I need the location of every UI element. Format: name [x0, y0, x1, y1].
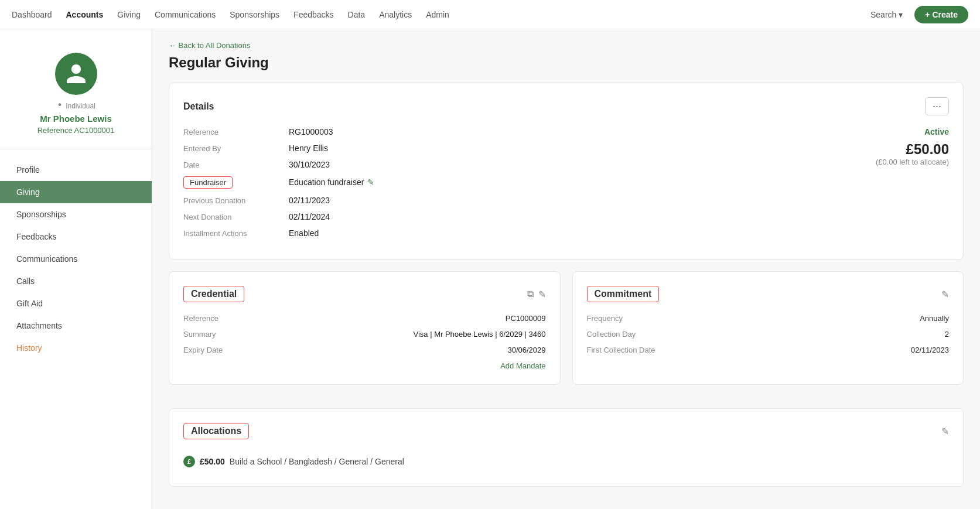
commit-frequency-label: Frequency — [587, 314, 623, 323]
two-col-cards: Credential ⧉ ✎ Reference PC1000009 Summa… — [169, 271, 964, 397]
cred-summary-value: Visa | Mr Phoebe Lewis | 6/2029 | 3460 — [414, 330, 546, 339]
fundraiser-edit-icon[interactable]: ✎ — [367, 177, 374, 187]
credential-card: Credential ⧉ ✎ Reference PC1000009 Summa… — [169, 271, 561, 385]
commit-frequency-value: Annually — [920, 314, 949, 323]
create-button[interactable]: + Create — [914, 6, 968, 23]
label-previous-donation: Previous Donation — [183, 196, 289, 205]
allocations-edit-icon[interactable]: ✎ — [941, 426, 949, 437]
sidebar-item-sponsorships[interactable]: Sponsorships — [0, 203, 152, 226]
details-body: Reference RG1000003 Entered By Henry Ell… — [183, 127, 949, 245]
details-fields: Reference RG1000003 Entered By Henry Ell… — [183, 127, 374, 245]
nav-sponsorships[interactable]: Sponsorships — [230, 8, 279, 22]
fundraiser-badge: Fundraiser — [183, 176, 233, 189]
sidebar-item-giving[interactable]: Giving — [0, 181, 152, 203]
label-next-donation: Next Donation — [183, 213, 289, 221]
sidebar: Individual Mr Phoebe Lewis Reference AC1… — [0, 29, 152, 509]
cred-summary-row: Summary Visa | Mr Phoebe Lewis | 6/2029 … — [183, 330, 546, 339]
value-entered-by: Henry Ellis — [289, 144, 328, 153]
sidebar-nav: Profile Giving Sponsorships Feedbacks Co… — [0, 154, 152, 364]
value-date: 30/10/2023 — [289, 160, 330, 169]
nav-feedbacks[interactable]: Feedbacks — [293, 8, 333, 22]
nav-admin[interactable]: Admin — [426, 8, 449, 22]
nav-analytics[interactable]: Analytics — [379, 8, 412, 22]
detail-next-donation: Next Donation 02/11/2024 — [183, 212, 374, 221]
commit-first-collection-value: 02/11/2023 — [911, 346, 949, 354]
details-title: Details — [183, 101, 214, 112]
details-card-header: Details ··· — [183, 97, 949, 115]
sidebar-item-feedbacks[interactable]: Feedbacks — [0, 226, 152, 248]
amount-sub: (£0.00 left to allocate) — [876, 158, 949, 166]
top-nav-right: Search ▾ + Create — [866, 6, 968, 23]
detail-reference: Reference RG1000003 — [183, 127, 374, 136]
create-label: + Create — [925, 10, 958, 19]
nav-data[interactable]: Data — [348, 8, 366, 22]
page-title: Regular Giving — [169, 54, 964, 71]
individual-badge: Individual — [56, 102, 95, 110]
detail-entered-by: Entered By Henry Ellis — [183, 144, 374, 153]
commitment-title: Commitment — [587, 286, 660, 302]
sidebar-item-gift-aid[interactable]: Gift Aid — [0, 292, 152, 315]
detail-fundraiser: Fundraiser Education fundraiser ✎ — [183, 176, 374, 189]
avatar — [55, 53, 97, 95]
main-content: ← Back to All Donations Regular Giving D… — [152, 29, 980, 509]
commitment-header: Commitment ✎ — [587, 286, 950, 302]
nav-accounts[interactable]: Accounts — [66, 8, 104, 22]
value-previous-donation: 02/11/2023 — [289, 196, 330, 205]
amount-value: £50.00 — [876, 141, 949, 158]
commitment-edit-icon[interactable]: ✎ — [941, 289, 949, 300]
sidebar-item-communications[interactable]: Communications — [0, 248, 152, 270]
commit-first-collection-row: First Collection Date 02/11/2023 — [587, 346, 950, 354]
value-next-donation: 02/11/2024 — [289, 212, 330, 221]
label-entered-by: Entered By — [183, 144, 289, 153]
details-right: Active £50.00 (£0.00 left to allocate) — [876, 127, 949, 245]
cred-expiry-value: 30/06/2029 — [507, 346, 545, 354]
detail-installment-actions: Installment Actions Enabled — [183, 228, 374, 238]
commit-frequency-row: Frequency Annually — [587, 314, 950, 323]
detail-previous-donation: Previous Donation 02/11/2023 — [183, 196, 374, 205]
layout: Individual Mr Phoebe Lewis Reference AC1… — [0, 29, 980, 509]
cred-reference-value: PC1000009 — [506, 314, 546, 323]
badge-label: Individual — [66, 102, 95, 110]
search-button[interactable]: Search ▾ — [866, 8, 907, 22]
allocation-item: £ £50.00 Build a School / Bangladesh / G… — [183, 451, 949, 472]
sidebar-item-calls[interactable]: Calls — [0, 270, 152, 292]
back-link[interactable]: ← Back to All Donations — [169, 41, 964, 50]
cred-reference-label: Reference — [183, 314, 218, 323]
individual-icon — [56, 103, 63, 110]
edit-icon[interactable]: ✎ — [538, 289, 546, 300]
allocation-description: Build a School / Bangladesh / General / … — [230, 457, 404, 466]
nav-giving[interactable]: Giving — [117, 8, 141, 22]
label-date: Date — [183, 160, 289, 169]
allocation-icon: £ — [183, 456, 195, 467]
reference-label: Reference — [37, 126, 73, 135]
commit-collection-day-row: Collection Day 2 — [587, 330, 950, 339]
sidebar-item-profile[interactable]: Profile — [0, 159, 152, 181]
chevron-down-icon: ▾ — [899, 10, 903, 19]
copy-icon[interactable]: ⧉ — [527, 289, 534, 299]
nav-communications[interactable]: Communications — [155, 8, 216, 22]
details-more-button[interactable]: ··· — [925, 97, 949, 115]
fundraiser-value: Education fundraiser — [289, 177, 364, 187]
cred-expiry-label: Expiry Date — [183, 346, 223, 354]
credential-title: Credential — [183, 286, 244, 302]
add-mandate-link[interactable]: Add Mandate — [183, 361, 546, 370]
reference-value: AC1000001 — [74, 126, 115, 135]
credential-header: Credential ⧉ ✎ — [183, 286, 546, 302]
cred-summary-label: Summary — [183, 330, 216, 339]
allocation-amount: £50.00 — [200, 457, 225, 466]
sidebar-name: Mr Phoebe Lewis — [40, 114, 112, 124]
top-nav: Dashboard Accounts Giving Communications… — [0, 0, 980, 29]
allocations-title: Allocations — [183, 423, 249, 439]
commit-collection-day-label: Collection Day — [587, 330, 636, 339]
sidebar-item-history[interactable]: History — [0, 337, 152, 359]
value-installment-actions: Enabled — [289, 228, 319, 238]
allocations-header: Allocations ✎ — [183, 423, 949, 439]
allocations-card: Allocations ✎ £ £50.00 Build a School / … — [169, 408, 964, 487]
value-reference: RG1000003 — [289, 127, 333, 136]
user-icon — [64, 62, 88, 86]
sidebar-item-attachments[interactable]: Attachments — [0, 315, 152, 337]
nav-dashboard[interactable]: Dashboard — [12, 8, 52, 22]
value-fundraiser: Education fundraiser ✎ — [289, 177, 374, 187]
detail-date: Date 30/10/2023 — [183, 160, 374, 169]
search-label: Search — [870, 10, 896, 19]
